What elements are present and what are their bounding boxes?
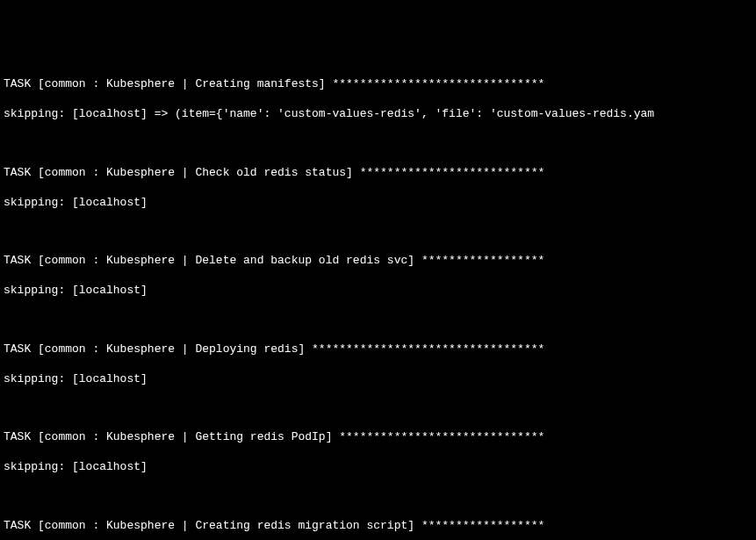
task-line: TASK [common : Kubesphere | Check old re… [4, 166, 752, 181]
task-line: TASK [common : Kubesphere | Deploying re… [4, 342, 752, 357]
blank-line [4, 225, 752, 239]
task-line: TASK [common : Kubesphere | Creating red… [4, 519, 752, 534]
task-line: TASK [common : Kubesphere | Delete and b… [4, 254, 752, 269]
task-line: TASK [common : Kubesphere | Creating man… [4, 77, 752, 92]
result-line: skipping: [localhost] [4, 196, 752, 211]
result-line: skipping: [localhost] [4, 284, 752, 299]
result-line: skipping: [localhost] [4, 460, 752, 475]
task-line: TASK [common : Kubesphere | Getting redi… [4, 430, 752, 445]
blank-line [4, 490, 752, 504]
result-line: skipping: [localhost] => (item={'name': … [4, 107, 752, 122]
blank-line [4, 137, 752, 151]
blank-line [4, 401, 752, 415]
result-line: skipping: [localhost] [4, 372, 752, 387]
blank-line [4, 313, 752, 328]
terminal-output: TASK [common : Kubesphere | Creating man… [4, 63, 752, 540]
